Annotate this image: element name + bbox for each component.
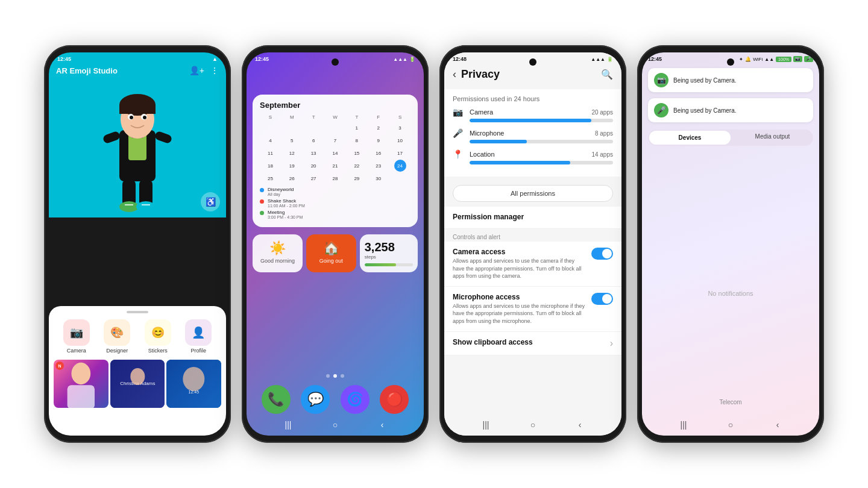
dock-messages[interactable]: 💬 (301, 385, 330, 414)
nav-recents-2[interactable]: ||| (282, 419, 294, 431)
home-widget: 🏠 Going out (306, 234, 356, 272)
all-perms-button[interactable]: All permissions (453, 185, 613, 202)
more-options-icon[interactable]: ⋮ (210, 66, 219, 75)
ar-header: AR Emoji Studio 👤+ ⋮ (49, 63, 226, 79)
ar-bottom-panel: 📷 Camera 🎨 Designer 😊 Stickers 👤 Profile (49, 306, 226, 414)
signal-3: ▲▲▲ (591, 57, 605, 62)
nav-recents-icon[interactable]: ||| (84, 419, 96, 431)
mic-access-row: Microphone access Allows apps and servic… (453, 293, 613, 325)
profile-label: Profile (190, 348, 206, 354)
nav-recents-3[interactable]: ||| (480, 419, 492, 431)
ar-emoji-area: ♿ (49, 79, 226, 217)
steps-fill (365, 263, 396, 266)
camera-access-row: Camera access Allows apps and services t… (453, 248, 613, 280)
status-time-1: 12:45 (57, 56, 71, 62)
dot-3 (341, 374, 344, 378)
mic-access-text: Microphone access Allows apps and servic… (453, 293, 591, 325)
camera-notch-2 (332, 58, 339, 66)
ar-profile-item[interactable]: 👤 Profile (185, 319, 212, 354)
devices-tab[interactable]: Devices (649, 131, 731, 145)
event-sub-1: All day (268, 192, 294, 196)
phone-privacy: 12:48 ▲▲▲ 🔋 ‹ Privacy 🔍 Permissions used… (439, 45, 626, 443)
privacy-title: Privacy (461, 68, 500, 81)
dock-camera-app[interactable]: 🔴 (380, 385, 409, 414)
camera-perm-count: 20 apps (591, 109, 613, 116)
search-icon-privacy[interactable]: 🔍 (601, 69, 613, 80)
cal-event-3: Meeting 3:00 PM - 4:30 PM (260, 210, 410, 219)
nav-back-2[interactable]: ‹ (376, 419, 388, 431)
quick-widgets: ☀️ Good morning 🏠 Going out 3,258 steps (253, 234, 418, 272)
nav-recents-4[interactable]: ||| (678, 419, 690, 431)
nav-back-3[interactable]: ‹ (574, 419, 586, 431)
location-bar-fill (470, 161, 570, 164)
cal-event-2: Shake Shack 11:00 AM - 2:00 PM (260, 198, 410, 208)
person-add-icon[interactable]: 👤+ (189, 66, 204, 75)
event-name-2: Shake Shack (268, 198, 305, 204)
ar-designer-item[interactable]: 🎨 Designer (104, 319, 130, 354)
page-indicators (256, 374, 414, 378)
ar-camera-item[interactable]: 📷 Camera (63, 319, 90, 354)
nav-bar-3: ||| ○ ‹ (444, 414, 621, 436)
ar-title: AR Emoji Studio (56, 66, 118, 75)
being-used-text-2: Being used by Camera. (673, 107, 737, 114)
nav-back-4[interactable]: ‹ (772, 419, 784, 431)
clipboard-item[interactable]: Show clipboard access › (444, 332, 621, 355)
back-button[interactable]: ‹ (453, 68, 456, 81)
camera-notch-3 (529, 58, 536, 66)
perm-camera: 📷 Camera 20 apps (453, 107, 613, 122)
signal-icon: ▲▲▲ (393, 57, 407, 62)
ar-gallery: N Christina Adams 12:4 (49, 360, 226, 408)
status-icons-4: ✦ 🔔 WiFi ▲▲ 100% 📷 🎤 (739, 56, 813, 62)
camera-access-item: Camera access Allows apps and services t… (444, 242, 621, 287)
vol-icon: 🔔 (745, 57, 751, 62)
dock-phone[interactable]: 📞 (262, 385, 291, 414)
mic-toggle[interactable] (591, 293, 613, 305)
weather-label: Good morning (257, 258, 298, 264)
being-used-mic: 🎤 Being used by Camera. (648, 98, 813, 122)
cal-events: Disneyworld All day Shake Shack 11:00 AM… (260, 187, 410, 219)
camera-toggle[interactable] (591, 248, 613, 260)
mic-bar-fill (470, 140, 527, 143)
weather-widget: ☀️ Good morning (253, 234, 303, 272)
dock-icons: 📞 💬 🌀 🔴 (256, 385, 414, 414)
mic-perm-icon: 🎤 (453, 128, 465, 138)
camera-perm-name: Camera (470, 108, 587, 116)
dock-cloud[interactable]: 🌀 (341, 385, 370, 414)
svg-text:12:45: 12:45 (189, 390, 200, 394)
nav-home-2[interactable]: ○ (329, 419, 341, 431)
gallery-item-2[interactable]: Christina Adams (110, 360, 165, 408)
mic-bar (470, 140, 613, 143)
camera-bar-fill (470, 119, 591, 122)
accessibility-button[interactable]: ♿ (201, 192, 220, 211)
camera-access-text: Camera access Allows apps and services t… (453, 248, 591, 280)
svg-point-21 (130, 368, 145, 385)
privacy-header-left: ‹ Privacy (453, 68, 500, 81)
steps-count: 3,258 (365, 240, 413, 254)
media-output-tab[interactable]: Media output (732, 130, 813, 146)
status-bar-1: 12:45 ▲ (49, 52, 226, 63)
nav-back-icon[interactable]: ‹ (178, 419, 190, 431)
gallery-item-1[interactable]: N (54, 360, 108, 408)
mic-access-title: Microphone access (453, 293, 587, 301)
nav-home-4[interactable]: ○ (725, 419, 737, 431)
calendar-widget: September S M T W T F S 1 2 3 4 5 6 (253, 95, 418, 227)
mic-perm-count: 8 apps (595, 130, 613, 137)
ar-stickers-item[interactable]: 😊 Stickers (145, 319, 171, 354)
mic-access-item: Microphone access Allows apps and servic… (444, 287, 621, 332)
camera-label: Camera (67, 348, 86, 354)
svg-rect-5 (119, 105, 156, 114)
perm-manager-item[interactable]: Permission manager (444, 207, 621, 229)
perm-mic: 🎤 Microphone 8 apps (453, 128, 613, 143)
steps-bar (365, 263, 413, 266)
gallery-item-3[interactable]: 12:45 (166, 360, 221, 408)
telecom-label: Telecom (642, 399, 819, 405)
controls-label: Controls and alert (444, 229, 621, 242)
phone-ar-emoji: 12:45 ▲ AR Emoji Studio 👤+ ⋮ (44, 45, 231, 443)
dock-area: 📞 💬 🌀 🔴 (247, 374, 424, 414)
camera-perm-icon: 📷 (453, 107, 465, 117)
nav-home-3[interactable]: ○ (527, 419, 539, 431)
camera-access-desc: Allows apps and services to use the came… (453, 257, 587, 280)
nav-home-icon[interactable]: ○ (131, 419, 143, 431)
no-notif-area: No notifications (642, 151, 819, 436)
battery-icon-2: 🔋 (409, 57, 415, 62)
